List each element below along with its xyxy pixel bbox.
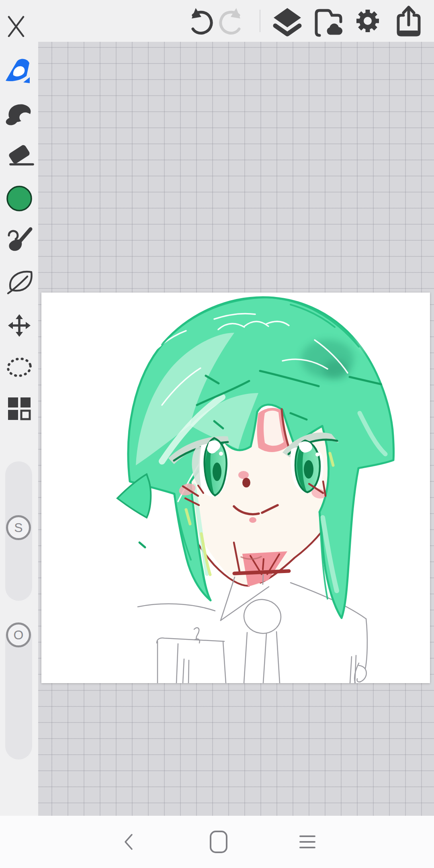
blocks-grid-icon <box>0 392 38 426</box>
redo-button[interactable] <box>216 5 248 37</box>
settings-button[interactable] <box>352 5 384 37</box>
folder-save-icon <box>311 5 344 37</box>
tool-pen[interactable] <box>0 54 38 88</box>
artwork-anime-portrait <box>41 293 430 683</box>
paint-brush-icon <box>0 223 38 257</box>
pen-icon <box>0 54 38 88</box>
nav-recents-button[interactable] <box>285 826 330 858</box>
tool-lasso[interactable] <box>0 350 38 384</box>
close-button[interactable] <box>0 5 32 37</box>
tool-eraser[interactable] <box>0 139 38 173</box>
opacity-slider-knob[interactable]: O <box>6 622 31 647</box>
close-icon <box>0 5 32 37</box>
topbar-divider <box>260 10 260 32</box>
layers-icon <box>271 5 303 37</box>
share-icon <box>393 5 425 37</box>
home-square-icon <box>207 830 231 854</box>
gear-icon <box>352 5 384 37</box>
nav-home-button[interactable] <box>197 826 241 858</box>
drawing-canvas[interactable] <box>41 293 430 683</box>
phone-screen: S O <box>0 0 434 868</box>
redo-icon <box>216 5 248 37</box>
eraser-icon <box>0 139 38 173</box>
workspace-background[interactable] <box>38 42 434 816</box>
marker-icon <box>0 96 38 130</box>
layers-button[interactable] <box>271 5 303 37</box>
size-slider-knob[interactable]: S <box>6 515 31 540</box>
color-swatch-circle <box>0 182 38 215</box>
tool-smudge-leaf[interactable] <box>0 266 38 300</box>
leaf-icon <box>0 266 38 300</box>
lasso-icon <box>0 350 38 384</box>
system-navbar <box>0 816 434 868</box>
nav-back-button[interactable] <box>107 826 151 858</box>
size-slider-label: S <box>14 521 23 534</box>
move-arrows-icon <box>0 309 38 342</box>
tool-sidebar: S O <box>0 42 38 816</box>
undo-icon <box>184 5 216 37</box>
recents-lines-icon <box>295 830 319 854</box>
gallery-button[interactable] <box>311 5 344 37</box>
back-chevron-icon <box>117 830 141 854</box>
undo-button[interactable] <box>184 5 216 37</box>
tool-transform[interactable] <box>0 309 38 342</box>
share-button[interactable] <box>393 5 425 37</box>
opacity-slider-label: O <box>14 628 24 641</box>
stray-mark <box>139 542 145 547</box>
top-toolbar <box>0 0 434 42</box>
tool-paint-brush[interactable] <box>0 223 38 257</box>
tool-layout-blocks[interactable] <box>0 392 38 426</box>
tool-color-swatch[interactable] <box>0 182 38 215</box>
tool-marker[interactable] <box>0 96 38 130</box>
